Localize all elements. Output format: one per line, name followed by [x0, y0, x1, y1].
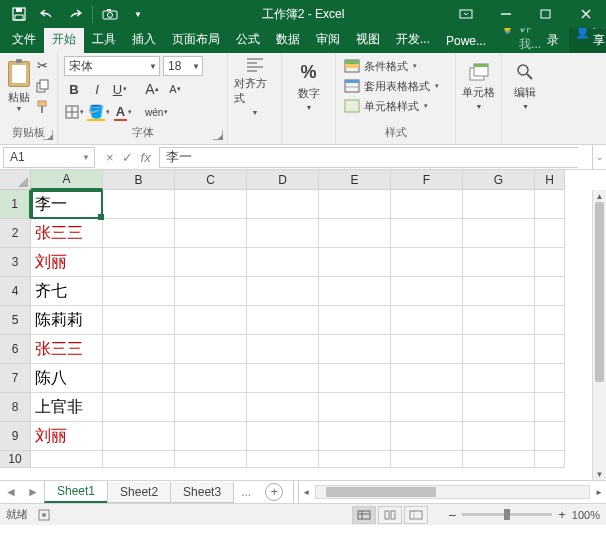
- cell[interactable]: [535, 393, 565, 422]
- cell[interactable]: [319, 422, 391, 451]
- qat-customize-button[interactable]: ▼: [125, 2, 151, 26]
- cell[interactable]: [319, 219, 391, 248]
- font-size-combo[interactable]: 18▼: [163, 56, 203, 76]
- cell[interactable]: [175, 335, 247, 364]
- zoom-level[interactable]: 100%: [572, 509, 600, 521]
- cell[interactable]: [391, 364, 463, 393]
- macro-record-icon[interactable]: [38, 509, 50, 521]
- tab-power[interactable]: Powe...: [438, 29, 494, 53]
- name-box[interactable]: A1▼: [3, 147, 95, 168]
- scroll-down-arrow[interactable]: ▼: [593, 468, 606, 480]
- cell[interactable]: [103, 219, 175, 248]
- cell[interactable]: 齐七: [31, 277, 103, 306]
- sheet-nav-prev[interactable]: ◄: [0, 481, 22, 503]
- cell[interactable]: [103, 277, 175, 306]
- save-button[interactable]: [6, 2, 32, 26]
- cell[interactable]: 张三三: [31, 219, 103, 248]
- minimize-button[interactable]: [486, 0, 526, 28]
- cell[interactable]: [175, 364, 247, 393]
- fx-button[interactable]: fx: [141, 150, 151, 165]
- cell[interactable]: [175, 190, 247, 219]
- cell[interactable]: [103, 451, 175, 468]
- undo-button[interactable]: [34, 2, 60, 26]
- column-header[interactable]: E: [319, 170, 391, 190]
- expand-formula-button[interactable]: ⌄: [592, 145, 606, 170]
- cell[interactable]: [463, 248, 535, 277]
- paste-button[interactable]: 粘贴 ▼: [6, 56, 31, 116]
- cell[interactable]: [247, 422, 319, 451]
- cell[interactable]: [103, 248, 175, 277]
- borders-button[interactable]: ▾: [64, 102, 84, 122]
- ribbon-options-button[interactable]: [446, 0, 486, 28]
- tab-layout[interactable]: 页面布局: [164, 26, 228, 53]
- cell[interactable]: [247, 393, 319, 422]
- cell[interactable]: [247, 219, 319, 248]
- cell[interactable]: 陈八: [31, 364, 103, 393]
- cell[interactable]: [391, 422, 463, 451]
- cell[interactable]: [319, 451, 391, 468]
- tab-insert[interactable]: 插入: [124, 26, 164, 53]
- column-header[interactable]: F: [391, 170, 463, 190]
- dialog-launcher[interactable]: [43, 130, 53, 140]
- cell[interactable]: [535, 364, 565, 393]
- cell[interactable]: [103, 393, 175, 422]
- sheet-tab-1[interactable]: Sheet1: [44, 481, 108, 503]
- scrollbar-thumb[interactable]: [595, 202, 604, 382]
- zoom-out-button[interactable]: −: [448, 507, 456, 523]
- maximize-button[interactable]: [526, 0, 566, 28]
- cell[interactable]: [175, 248, 247, 277]
- alignment-button[interactable]: 对齐方式▼: [234, 56, 275, 116]
- cell[interactable]: [463, 335, 535, 364]
- cut-button[interactable]: ✂: [33, 56, 51, 74]
- cell[interactable]: [463, 277, 535, 306]
- row-header[interactable]: 3: [0, 248, 31, 277]
- cell[interactable]: [535, 277, 565, 306]
- cell[interactable]: [319, 190, 391, 219]
- cell[interactable]: [175, 451, 247, 468]
- cell[interactable]: [175, 393, 247, 422]
- scrollbar-thumb[interactable]: [326, 487, 436, 497]
- cells-button[interactable]: 单元格▼: [462, 56, 495, 116]
- cell[interactable]: [391, 306, 463, 335]
- sheet-tab-2[interactable]: Sheet2: [107, 482, 171, 503]
- cell[interactable]: [175, 219, 247, 248]
- cell[interactable]: [175, 422, 247, 451]
- grow-font-button[interactable]: A▴: [142, 79, 162, 99]
- hscroll-right[interactable]: ►: [592, 488, 606, 497]
- cell[interactable]: [319, 277, 391, 306]
- cell-styles-button[interactable]: 单元格样式▾: [342, 96, 449, 116]
- cell[interactable]: [391, 393, 463, 422]
- cell[interactable]: [319, 335, 391, 364]
- cell[interactable]: [247, 306, 319, 335]
- cell[interactable]: [175, 277, 247, 306]
- scroll-up-arrow[interactable]: ▲: [593, 190, 606, 202]
- sheet-tab-more[interactable]: ...: [233, 485, 259, 499]
- conditional-format-button[interactable]: 条件格式▾: [342, 56, 449, 76]
- editing-button[interactable]: 编辑▼: [508, 56, 542, 116]
- dialog-launcher[interactable]: [213, 130, 223, 140]
- cell[interactable]: [463, 451, 535, 468]
- cell[interactable]: [247, 248, 319, 277]
- redo-button[interactable]: [62, 2, 88, 26]
- cell[interactable]: 李一: [31, 190, 103, 219]
- cell[interactable]: [391, 451, 463, 468]
- cell[interactable]: 刘丽: [31, 422, 103, 451]
- shrink-font-button[interactable]: A▾: [165, 79, 185, 99]
- row-header[interactable]: 4: [0, 277, 31, 306]
- cell[interactable]: [463, 393, 535, 422]
- cell[interactable]: [535, 248, 565, 277]
- cell[interactable]: [391, 190, 463, 219]
- format-painter-button[interactable]: [33, 98, 51, 116]
- vertical-scrollbar[interactable]: ▲ ▼: [592, 190, 606, 480]
- cell[interactable]: 上官非: [31, 393, 103, 422]
- tab-review[interactable]: 审阅: [308, 26, 348, 53]
- cell[interactable]: [535, 219, 565, 248]
- add-sheet-button[interactable]: +: [265, 483, 283, 501]
- cell[interactable]: [319, 393, 391, 422]
- cell[interactable]: [247, 190, 319, 219]
- tab-home[interactable]: 开始: [44, 26, 84, 53]
- row-header[interactable]: 8: [0, 393, 31, 422]
- cell[interactable]: [463, 219, 535, 248]
- cell[interactable]: [247, 335, 319, 364]
- cell[interactable]: [535, 422, 565, 451]
